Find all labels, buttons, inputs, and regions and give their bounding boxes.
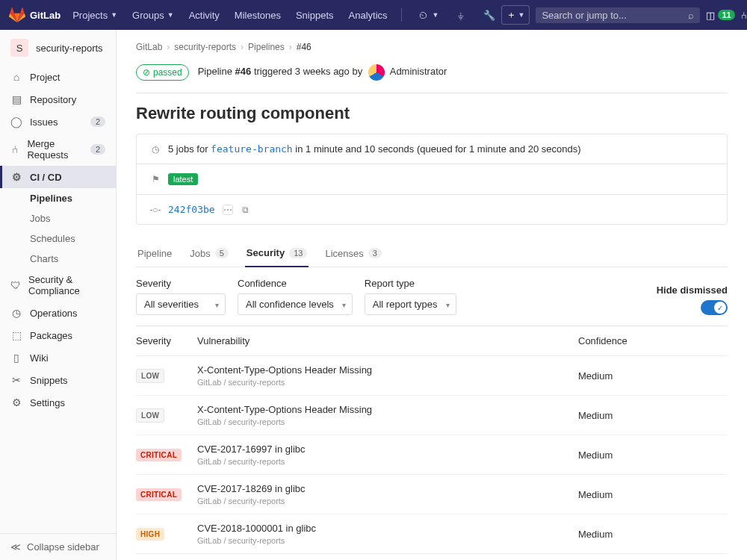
sidebar-item-operations[interactable]: ◷Operations xyxy=(0,302,116,324)
table-row[interactable]: LOWX-Content-Type-Options Header Missing… xyxy=(136,355,728,395)
ops-dash-icon[interactable]: ⏲▼ xyxy=(412,5,445,25)
collapse-sidebar[interactable]: ≪ Collapse sidebar xyxy=(0,533,116,560)
col-confidence: Confidence xyxy=(578,335,728,346)
pipeline-header: ⊘passed Pipeline #46 triggered 3 weeks a… xyxy=(136,64,728,93)
collapse-icon: ≪ xyxy=(10,541,21,553)
sidebar-item-snippets[interactable]: ✂Snippets xyxy=(0,369,116,391)
tab-count: 5 xyxy=(215,248,229,258)
sidebar-icon: ▤ xyxy=(10,93,22,105)
sidebar-item-label: Security & Compliance xyxy=(28,274,105,296)
copy-icon[interactable]: ⧉ xyxy=(241,205,251,215)
nav-milestones[interactable]: Milestones xyxy=(229,5,287,25)
table-row[interactable]: HIGHCVE-2018-1000001 in glibcGitLab / se… xyxy=(136,514,728,553)
nav-activity[interactable]: Activity xyxy=(183,5,226,25)
clock-icon: ◷ xyxy=(150,144,161,155)
sidebar-sub-schedules[interactable]: Schedules xyxy=(0,228,116,249)
page-title: Rewrite routing component xyxy=(136,104,728,123)
sidebar-icon: ⚙ xyxy=(10,171,22,183)
sidebar-sub-charts[interactable]: Charts xyxy=(0,249,116,269)
table-row[interactable]: MEDIUMCVE-2016-10228 in glibcGitLab / se… xyxy=(136,553,728,560)
severity-badge: CRITICAL xyxy=(136,488,182,501)
vuln-confidence: Medium xyxy=(578,410,728,421)
sidebar-item-packages[interactable]: ⬚Packages xyxy=(0,324,116,346)
hide-dismissed-toggle[interactable] xyxy=(701,300,728,315)
sidebar-icon: ✂ xyxy=(10,374,22,386)
nav-analytics[interactable]: Analytics xyxy=(343,5,394,25)
sidebar-sub-jobs[interactable]: Jobs xyxy=(0,208,116,228)
severity-select[interactable]: All severities xyxy=(136,293,226,315)
table-row[interactable]: CRITICALCVE-2017-18269 in glibcGitLab / … xyxy=(136,474,728,514)
vuln-confidence: Medium xyxy=(578,449,728,461)
sidebar-item-label: Wiki xyxy=(30,352,49,364)
bc-pipelines[interactable]: Pipelines xyxy=(248,42,285,52)
bc-project[interactable]: security-reports xyxy=(174,42,236,52)
sidebar-icon: ⚙ xyxy=(10,396,22,408)
sidebar-item-repository[interactable]: ▤Repository xyxy=(0,88,116,111)
tab-jobs[interactable]: Jobs5 xyxy=(188,240,230,267)
sidebar-icon: ⬚ xyxy=(10,329,22,341)
nav-groups[interactable]: Groups▼ xyxy=(126,5,180,25)
plus-menu[interactable]: ＋▼ xyxy=(501,5,530,25)
sidebar-icon: ▯ xyxy=(10,352,22,364)
severity-badge: CRITICAL xyxy=(136,449,182,461)
sidebar-item-wiki[interactable]: ▯Wiki xyxy=(0,346,116,369)
sidebar-item-merge-requests[interactable]: ⑃Merge Requests2 xyxy=(0,133,116,166)
hide-dismissed-label: Hide dismissed xyxy=(657,284,728,296)
commit-icon: -○- xyxy=(150,205,161,215)
report-type-select[interactable]: All report types xyxy=(365,293,456,315)
bc-root[interactable]: GitLab xyxy=(136,42,162,52)
sidebar-item-issues[interactable]: ◯Issues2 xyxy=(0,111,116,133)
tab-licenses[interactable]: Licenses3 xyxy=(323,240,382,267)
sidebar-sub-pipelines[interactable]: Pipelines xyxy=(0,188,116,208)
status-badge[interactable]: ⊘passed xyxy=(136,64,189,81)
author-name[interactable]: Administrator xyxy=(390,66,447,77)
search-input[interactable] xyxy=(542,10,688,21)
sidebar-item-label: Merge Requests xyxy=(27,138,82,161)
sidebar-icon: ◷ xyxy=(10,307,22,319)
wrench-icon[interactable]: 🔧 xyxy=(477,5,501,25)
flag-icon: ⚑ xyxy=(150,174,161,184)
sidebar-item-ci-cd[interactable]: ⚙CI / CD xyxy=(0,166,116,188)
global-search[interactable]: ⌕ xyxy=(536,7,700,23)
sidebar-item-security-compliance[interactable]: 🛡Security & Compliance xyxy=(0,269,116,302)
mr-link[interactable]: ⑃ xyxy=(741,10,747,21)
report-type-label: Report type xyxy=(365,278,456,289)
table-row[interactable]: CRITICALCVE-2017-16997 in glibcGitLab / … xyxy=(136,435,728,474)
nav-snippets[interactable]: Snippets xyxy=(290,5,340,25)
nav-projects[interactable]: Projects▼ xyxy=(66,5,123,25)
vuln-confidence: Medium xyxy=(578,529,728,540)
sidebar-item-label: CI / CD xyxy=(30,172,62,183)
vuln-name: CVE-2017-18269 in glibc xyxy=(197,483,578,494)
author-avatar[interactable] xyxy=(368,64,385,81)
vuln-project: GitLab / security-reports xyxy=(197,378,578,387)
vuln-confidence: Medium xyxy=(578,489,728,500)
vuln-project: GitLab / security-reports xyxy=(197,417,578,426)
sidebar-item-settings[interactable]: ⚙Settings xyxy=(0,391,116,414)
branch-link[interactable]: feature-branch xyxy=(211,143,293,155)
confidence-label: Confidence xyxy=(238,278,353,289)
table-row[interactable]: LOWX-Content-Type-Options Header Missing… xyxy=(136,395,728,435)
severity-badge: LOW xyxy=(136,408,164,423)
topbar: GitLab Projects▼ Groups▼ Activity Milest… xyxy=(0,0,747,30)
vuln-table: Severity Vulnerability Confidence LOWX-C… xyxy=(136,326,728,560)
sha-link[interactable]: 242f03be xyxy=(168,204,215,215)
jobs-summary: 5 jobs for feature-branch in 1 minute an… xyxy=(168,143,581,155)
issue-icon: ◫ xyxy=(706,10,715,21)
gitlab-logo[interactable]: GitLab xyxy=(9,7,61,23)
severity-label: Severity xyxy=(136,278,226,289)
vuln-confidence: Medium xyxy=(578,370,728,382)
more-icon[interactable]: ⋯ xyxy=(223,205,233,215)
sidebar-icon: ⌂ xyxy=(10,71,22,83)
chart-icon[interactable]: ⏚ xyxy=(452,5,470,25)
project-header[interactable]: S security-reports xyxy=(0,30,116,66)
sidebar: S security-reports ⌂Project▤Repository◯I… xyxy=(0,30,117,560)
sidebar-item-label: Packages xyxy=(30,330,72,341)
issues-link[interactable]: ◫11 xyxy=(706,10,734,21)
tab-security[interactable]: Security13 xyxy=(245,240,309,267)
check-icon: ⊘ xyxy=(143,67,150,78)
tab-pipeline[interactable]: Pipeline xyxy=(136,240,173,267)
sidebar-item-project[interactable]: ⌂Project xyxy=(0,66,116,88)
confidence-select[interactable]: All confidence levels xyxy=(238,293,353,315)
tabs: PipelineJobs5Security13Licenses3 xyxy=(136,240,728,267)
vuln-name: X-Content-Type-Options Header Missing xyxy=(197,404,578,415)
